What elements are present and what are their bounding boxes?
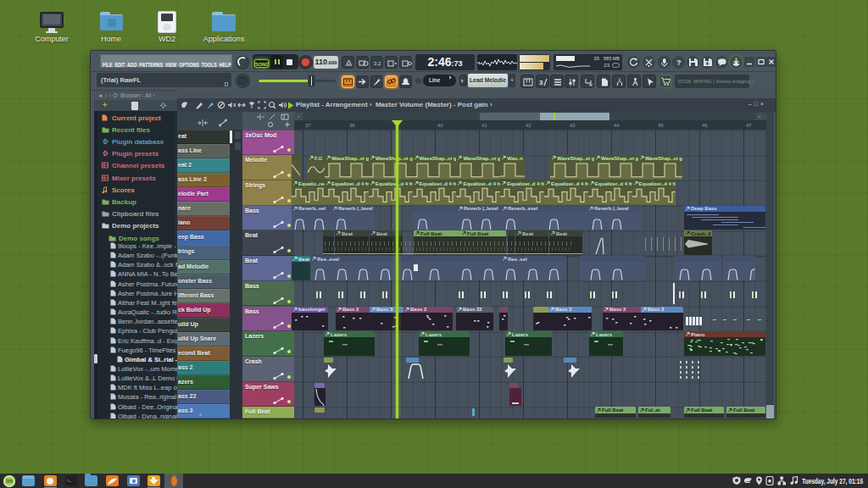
svg-text:3.2: 3.2 (374, 61, 381, 66)
svg-text:?: ? (676, 58, 682, 67)
svg-text:3: 3 (539, 79, 543, 86)
